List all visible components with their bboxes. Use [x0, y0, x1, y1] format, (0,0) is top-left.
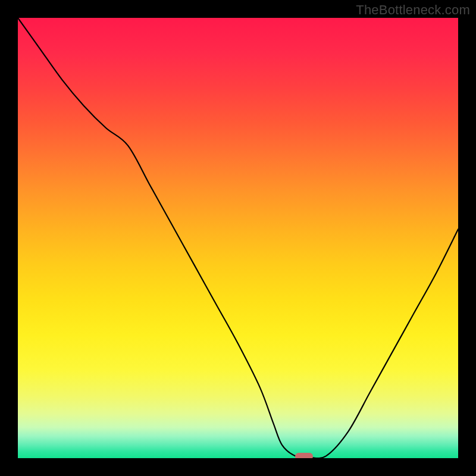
curve-svg	[18, 18, 458, 458]
selected-point-marker	[295, 453, 313, 458]
watermark-text: TheBottleneck.com	[356, 2, 470, 18]
chart-frame: TheBottleneck.com	[0, 0, 476, 476]
plot-area	[18, 18, 458, 458]
bottleneck-curve-path	[18, 18, 458, 458]
